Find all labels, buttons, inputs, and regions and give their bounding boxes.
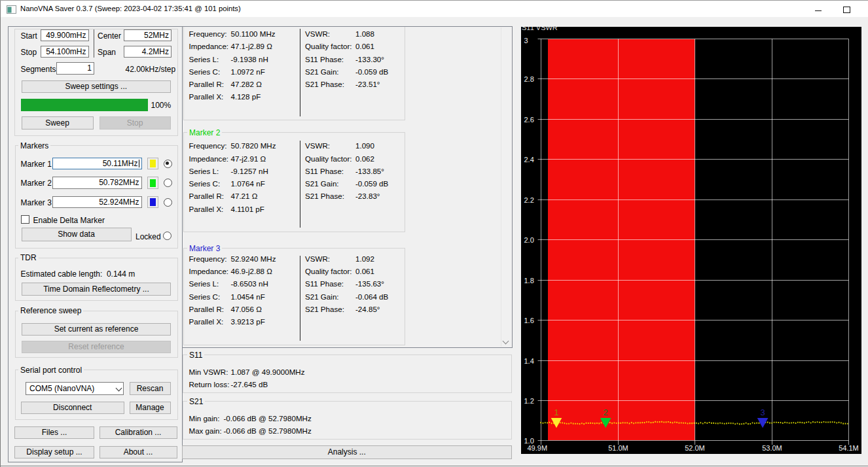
svg-text:49.9M: 49.9M [528, 444, 548, 452]
svg-text:2.4: 2.4 [524, 156, 534, 164]
svg-text:2.0: 2.0 [524, 236, 534, 244]
svg-text:S11 VSWR: S11 VSWR [522, 27, 558, 31]
svg-text:3: 3 [524, 37, 528, 44]
svg-text:1.6: 1.6 [524, 317, 534, 324]
svg-text:3: 3 [760, 407, 765, 417]
svg-text:1.8: 1.8 [524, 277, 534, 285]
svg-text:1: 1 [554, 407, 558, 417]
svg-text:52.0M: 52.0M [685, 444, 705, 452]
svg-text:2: 2 [604, 407, 608, 417]
svg-text:1.0: 1.0 [524, 437, 534, 445]
svg-text:51.0M: 51.0M [608, 444, 628, 452]
svg-text:2.2: 2.2 [524, 196, 534, 204]
svg-text:2.6: 2.6 [524, 116, 534, 124]
svg-text:53.0M: 53.0M [762, 444, 782, 452]
svg-text:1.2: 1.2 [524, 397, 534, 405]
svg-text:1.4: 1.4 [524, 357, 534, 365]
svg-text:2.8: 2.8 [524, 75, 534, 83]
svg-text:54.1M: 54.1M [839, 444, 859, 452]
